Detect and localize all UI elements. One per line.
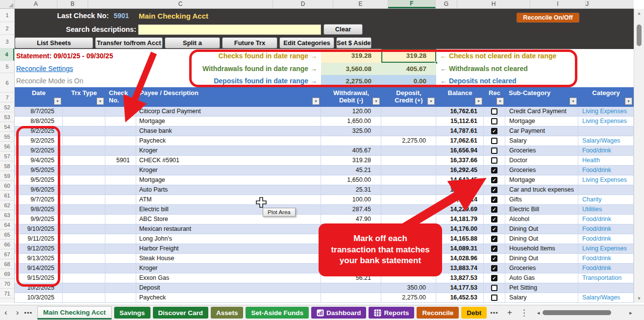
cell-check-no[interactable] [105,185,136,195]
cell-sub-category[interactable]: Auto Gas [505,273,578,283]
search-input[interactable] [138,25,321,35]
rec-checkbox[interactable] [491,118,497,124]
cell-payee[interactable]: Mexican restaurant [136,224,321,234]
cell-deposit[interactable] [381,273,436,283]
cell-payee[interactable]: Kroger [136,264,321,273]
rec-checkbox[interactable]: ✓ [491,167,497,173]
sheet-tab[interactable]: Reports [369,307,414,319]
cell-check-no[interactable] [105,195,136,204]
cell-sub-category[interactable]: Salary [505,136,578,146]
cell-sub-category[interactable]: Household Items [505,244,578,253]
cell-sub-category[interactable]: Car and truck expenses [505,185,578,195]
cell-withdrawal[interactable]: 47.90 [321,215,381,224]
header-balance[interactable]: Balance▼ [436,87,484,107]
row-number[interactable]: 53 [0,112,14,122]
deposits-not-cleared-value[interactable]: 0.00 [381,75,436,87]
cell-date[interactable]: 9/7/2025 [15,195,63,204]
cell-payee[interactable]: Citicorp Card Payment [136,107,321,116]
cell-deposit[interactable] [381,107,436,116]
cell-payee[interactable]: Steak House [136,254,321,263]
cell-balance[interactable]: 14,787.61 [436,126,484,136]
header-date[interactable]: Date▼ [15,87,63,107]
row-number[interactable]: 60 [0,181,14,191]
cell-withdrawal[interactable] [321,254,381,263]
header-deposit[interactable]: Deposit,Credit (+)▼ [381,87,436,107]
rec-checkbox[interactable]: ✓ [491,246,497,252]
row-number[interactable]: 54 [0,122,14,132]
cell-withdrawal[interactable]: 120.00 [321,107,381,116]
cell-withdrawal[interactable] [321,224,381,234]
cell-category[interactable]: Living Expenses [578,107,634,116]
row-number[interactable]: 71 [0,289,14,298]
cell-withdrawal[interactable]: 405.67 [321,146,381,155]
column-letter[interactable]: A [15,0,57,8]
cell-sub-category[interactable]: Salary [505,293,578,302]
cell-check-no[interactable]: 5901 [105,156,136,165]
cell-category[interactable]: Food/drink [578,166,634,175]
cell-check-no[interactable] [105,224,136,234]
checks-not-cleared-value[interactable]: 319.28 [381,49,436,63]
cell-sub-category[interactable]: Groceries [505,264,578,273]
cell-sub-category[interactable]: Gifts [505,195,578,204]
cell-trx-type[interactable] [63,254,105,263]
cell-trx-type[interactable] [63,166,105,175]
cell-payee[interactable]: Mortgage [136,175,321,185]
row-number[interactable]: 5 [0,61,14,73]
cell-trx-type[interactable] [63,293,105,302]
sheet-nav-more-icon[interactable]: ••• [24,309,32,317]
cell-date[interactable]: 9/15/2025 [15,273,63,283]
cell-check-no[interactable] [105,205,136,214]
cell-date[interactable]: 9/6/2025 [15,185,63,195]
cell-sub-category[interactable]: Dining Out [505,254,578,263]
toolbar-button[interactable]: Future Trx [222,37,277,49]
cell-withdrawal[interactable]: 1,650.00 [321,117,381,126]
cell-sub-category[interactable]: Mortgage [505,117,578,126]
cell-payee[interactable]: Deposit [136,283,321,293]
cell-deposit[interactable] [381,185,436,195]
cell-balance[interactable]: 15,112.61 [436,117,484,126]
header-rec[interactable]: Rec▼ [484,87,505,107]
cell-balance[interactable]: 14,176.00 [436,224,484,234]
cell-check-no[interactable] [105,126,136,136]
cell-date[interactable]: 9/5/2025 [15,175,63,185]
withdrawals-not-cleared-value[interactable]: 405.67 [381,63,436,75]
cell-deposit[interactable] [381,195,436,204]
cell-category[interactable]: Food/drink [578,264,634,273]
cell-sub-category[interactable]: Groceries [505,166,578,175]
cell-sub-category[interactable]: Mortgage [505,175,578,185]
sheet-tab[interactable]: Dashboard [311,307,367,319]
cell-payee[interactable]: ABC Store [136,215,321,224]
row-number[interactable]: 1 [0,9,14,22]
rec-checkbox[interactable]: ✓ [491,226,497,232]
column-letter[interactable]: H [457,0,530,8]
cell-trx-type[interactable] [63,117,105,126]
column-letter[interactable]: B [57,0,88,8]
vertical-scroll-thumb[interactable] [637,25,642,46]
cell-trx-type[interactable] [63,273,105,283]
cell-withdrawal[interactable]: 25.31 [321,185,381,195]
cell-date[interactable]: 9/11/2025 [15,234,63,244]
cell-trx-type[interactable] [63,126,105,136]
cell-deposit[interactable] [381,244,436,253]
cell-sub-category[interactable]: Alcohol [505,215,578,224]
column-letter[interactable]: C [88,0,273,8]
row-number[interactable]: 57 [0,151,14,161]
cell-trx-type[interactable] [63,283,105,293]
cell-balance[interactable]: 17,062.61 [436,136,484,146]
cell-category[interactable]: Utilities [578,205,634,214]
add-sheet-icon[interactable]: + [507,308,512,318]
cell-sub-category[interactable]: Groceries [505,146,578,155]
cell-sub-category[interactable]: Electric Bill [505,205,578,214]
sheet-tab[interactable]: Assets [211,307,243,319]
cell-deposit[interactable] [381,156,436,165]
column-letter[interactable]: F [388,0,436,8]
cell-deposit[interactable] [381,117,436,126]
rec-checkbox[interactable] [491,138,497,144]
row-number[interactable]: 6 [0,73,14,93]
cell-check-no[interactable] [105,117,136,126]
cell-payee[interactable]: CHECK #5901 [136,156,321,165]
header-trx-type[interactable]: Trx Type▼ [63,87,105,107]
cell-balance[interactable]: 16,337.66 [436,156,484,165]
checks-found-value[interactable]: 319.28 [321,49,381,63]
cell-withdrawal[interactable]: 325.00 [321,126,381,136]
